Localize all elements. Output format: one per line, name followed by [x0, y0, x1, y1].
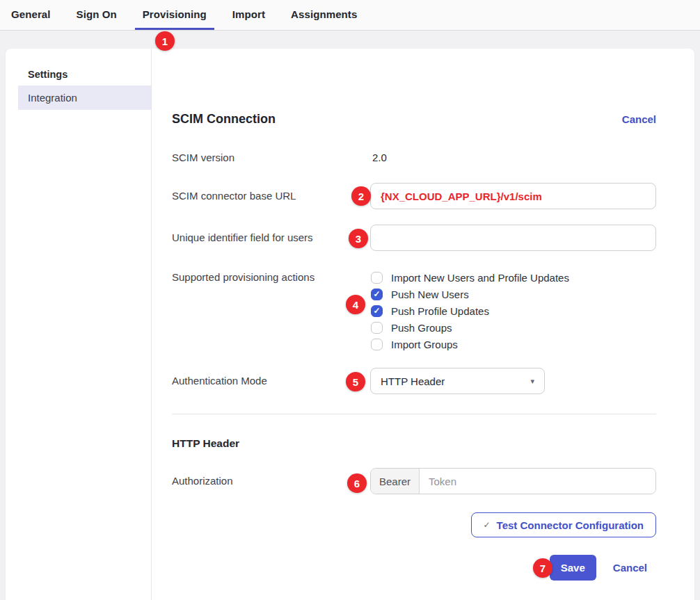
provisioning-actions-row: Supported provisioning actions Import Ne…: [172, 269, 656, 352]
tab-import[interactable]: Import: [225, 0, 273, 30]
provisioning-actions-label: Supported provisioning actions: [172, 269, 370, 352]
annotation-badge-1: 1: [155, 31, 175, 51]
cancel-button[interactable]: Cancel: [613, 562, 647, 574]
tab-sign-on[interactable]: Sign On: [69, 0, 125, 30]
base-url-row: SCIM connector base URL: [172, 183, 656, 209]
base-url-input[interactable]: [370, 183, 656, 209]
unique-id-input[interactable]: [370, 225, 656, 251]
provisioning-card: Settings Integration SCIM Connection Can…: [6, 49, 694, 600]
annotation-badge-3: 3: [349, 229, 368, 248]
auth-mode-value: HTTP Header: [381, 375, 445, 387]
checkbox-icon[interactable]: [371, 272, 383, 284]
annotation-badge-2: 2: [351, 186, 371, 206]
app-tab-bar: General Sign On Provisioning Import Assi…: [0, 0, 700, 31]
checkbox-label: Push Profile Updates: [391, 305, 489, 317]
save-button[interactable]: Save: [550, 555, 596, 581]
authorization-row: Authorization Bearer: [172, 468, 656, 494]
scim-version-row: SCIM version 2.0: [172, 151, 656, 165]
checkbox-icon[interactable]: [371, 339, 383, 350]
base-url-label: SCIM connector base URL: [172, 183, 370, 209]
annotation-badge-7: 7: [533, 558, 552, 578]
checkbox-import-groups[interactable]: Import Groups: [370, 336, 656, 352]
authorization-input-group: Bearer: [370, 468, 656, 494]
checkbox-label: Import Groups: [391, 339, 458, 350]
auth-mode-label: Authentication Mode: [172, 368, 370, 394]
checkbox-label: Push New Users: [391, 289, 469, 300]
checkbox-label: Push Groups: [391, 322, 452, 334]
section-divider: [172, 414, 656, 414]
sidebar-item-label: Integration: [28, 92, 77, 104]
bearer-prefix: Bearer: [371, 469, 420, 494]
checkbox-label: Import New Users and Profile Updates: [391, 272, 569, 284]
annotation-badge-6: 6: [347, 473, 367, 493]
sidebar-heading: Settings: [28, 69, 151, 81]
scim-version-label: SCIM version: [172, 151, 370, 165]
checkbox-push-profile-updates[interactable]: Push Profile Updates: [370, 302, 656, 319]
token-input[interactable]: [420, 469, 655, 494]
unique-id-label: Unique identifier field for users: [172, 225, 370, 251]
check-icon: ✓: [484, 520, 491, 530]
checkbox-icon[interactable]: [371, 322, 383, 334]
checkbox-icon[interactable]: [371, 305, 383, 317]
sidebar-item-integration[interactable]: Integration: [18, 86, 151, 110]
annotation-badge-4: 4: [346, 295, 365, 314]
authorization-label: Authorization: [172, 468, 370, 494]
settings-sidebar: Settings Integration: [6, 49, 152, 600]
chevron-down-icon: ▾: [530, 377, 534, 386]
http-header-heading: HTTP Header: [172, 437, 656, 450]
tab-general[interactable]: General: [3, 0, 58, 30]
page-title: SCIM Connection: [172, 111, 276, 127]
unique-id-row: Unique identifier field for users: [172, 225, 656, 251]
checkbox-icon[interactable]: [371, 289, 383, 300]
cancel-link-top[interactable]: Cancel: [622, 113, 656, 125]
checkbox-push-new-users[interactable]: Push New Users: [370, 286, 656, 302]
scim-connection-form: SCIM Connection Cancel SCIM version 2.0 …: [152, 49, 694, 600]
scim-version-value: 2.0: [370, 151, 656, 165]
auth-mode-select[interactable]: HTTP Header ▾: [370, 368, 545, 394]
tab-provisioning[interactable]: Provisioning: [135, 0, 214, 30]
annotation-badge-5: 5: [346, 372, 365, 391]
tab-assignments[interactable]: Assignments: [283, 0, 365, 30]
test-connector-configuration-button[interactable]: ✓ Test Connector Configuration: [471, 512, 656, 537]
checkbox-import-new-users-and-profile-updates[interactable]: Import New Users and Profile Updates: [370, 269, 656, 286]
checkbox-push-groups[interactable]: Push Groups: [370, 319, 656, 336]
test-connector-label: Test Connector Configuration: [497, 519, 644, 531]
auth-mode-row: Authentication Mode HTTP Header ▾: [172, 368, 656, 394]
